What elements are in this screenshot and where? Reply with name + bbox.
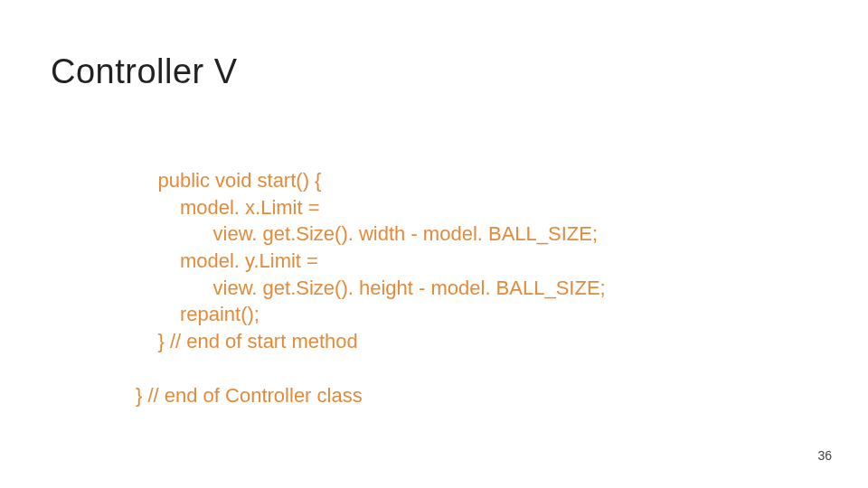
code-line: public void start() { — [136, 169, 321, 192]
code-line: view. get.Size(). width - model. BALL_SI… — [136, 222, 598, 245]
code-block: public void start() { model. x.Limit = v… — [136, 167, 606, 408]
code-line: repaint(); — [136, 303, 259, 325]
page-number: 36 — [817, 448, 832, 463]
code-line: model. y.Limit = — [136, 249, 318, 272]
code-line: model. x.Limit = — [136, 196, 320, 219]
slide-title: Controller V — [51, 52, 238, 91]
code-line: } // end of Controller class — [136, 384, 363, 407]
code-line: view. get.Size(). height - model. BALL_S… — [136, 277, 606, 299]
slide: Controller V public void start() { model… — [0, 0, 868, 488]
code-line: } // end of start method — [136, 330, 358, 352]
